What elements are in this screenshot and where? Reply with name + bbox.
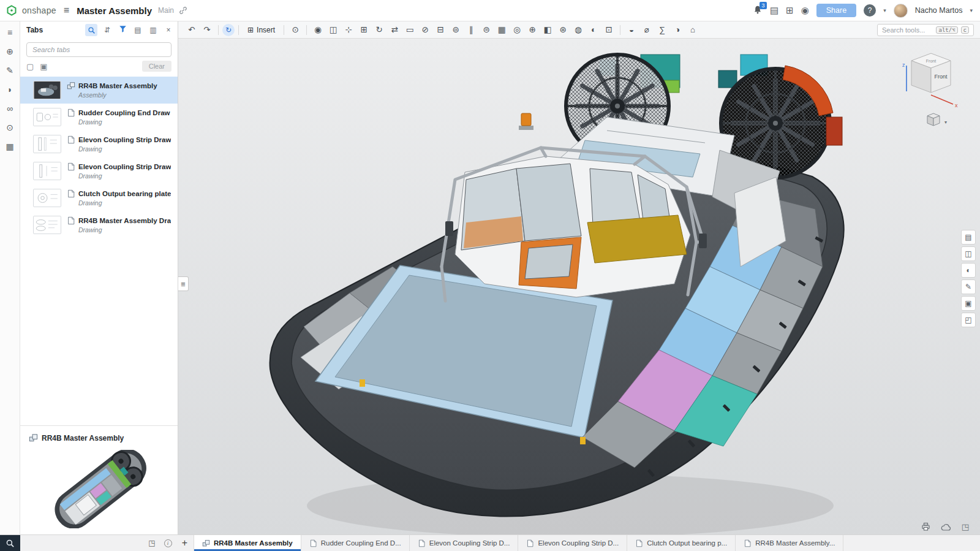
fullscreen-icon[interactable]: ◰ [961,313,976,327]
notes-icon[interactable]: ▤ [770,5,778,16]
section-view-icon[interactable]: ◒ [624,22,639,38]
bottom-tab-rudder-coupling[interactable]: Rudder Coupling End D... [301,535,410,551]
snapshot-icon[interactable]: ◍ [571,22,586,38]
search-tabs-input[interactable] [26,42,172,57]
search-tabs-icon[interactable] [85,24,97,36]
help-caret-icon[interactable]: ▾ [883,7,886,13]
updates-icon[interactable]: ◉ [801,5,809,16]
bottom-tab-master-drawing[interactable]: RR4B Master Assembly... [736,535,843,551]
bottom-tab-elevon-strip-2[interactable]: Elevon Coupling Strip D... [518,535,627,551]
display-states-icon[interactable]: ◐ [586,22,601,38]
user-avatar[interactable] [894,4,908,18]
onshape-app: onshape ≡ Master Assembly Main 3 ▤ ⊞ ◉ S… [0,0,980,551]
circular-pattern-icon[interactable]: ◎ [510,22,524,38]
3d-viewport-scene[interactable] [178,39,980,534]
filter-tabs-icon[interactable] [117,25,128,35]
planar-mate-icon[interactable]: ▭ [402,22,417,38]
mate-icon[interactable]: ◉ [311,22,325,38]
assembly-icon [67,82,75,90]
history-tool-icon[interactable]: ⊙ [288,22,303,38]
pin-slot-mate-icon[interactable]: ⊟ [433,22,448,38]
expand-tab-manager-icon[interactable]: ◳ [144,535,160,551]
tangent-mate-icon[interactable]: ⊜ [479,22,494,38]
clear-filters-button[interactable]: Clear [142,61,172,72]
part-studio-filter-icon[interactable]: ▢ [26,62,34,71]
tab-list-item-rudder-coupling[interactable]: Rudder Coupling End Draw Drawing [20,104,178,131]
comments-icon[interactable]: ◗ [7,85,12,94]
fastened-mate-icon[interactable]: ⊞ [356,22,371,38]
explode-icon[interactable]: ⊛ [556,22,570,38]
branch-label[interactable]: Main [158,6,174,15]
cylindrical-mate-icon[interactable]: ⊘ [418,22,432,38]
rollback-icon[interactable]: ↻ [222,24,235,36]
bottom-tab-clutch-bearing[interactable]: Clutch Output bearing p... [627,535,736,551]
view-cube[interactable]: Front Front z x ▾ [893,47,967,131]
drawing-filter-icon[interactable]: ▣ [40,62,47,71]
slider-mate-icon[interactable]: ⇄ [387,22,402,38]
revolute-mate-icon[interactable]: ↻ [372,22,386,38]
appearance-icon[interactable]: ✎ [6,66,13,75]
share-link-icon[interactable] [179,6,187,15]
help-button[interactable]: ? [864,4,876,17]
undo-icon[interactable]: ↶ [184,22,199,38]
mirror-icon[interactable]: ◧ [540,22,555,38]
add-tab-button[interactable]: + [176,535,194,551]
appearance-tool-icon[interactable]: ◑ [670,22,685,38]
tab-list-item-master-drawing[interactable]: RR4B Master Assembly Dra Drawing [20,211,178,238]
print-icon[interactable] [921,522,931,531]
appearances-panel-icon[interactable]: ✎ [961,279,976,294]
cloud-sync-icon[interactable] [941,523,952,531]
assembly-toolbar: ↶ ↷ ↻ ⊞ Insert ⊙ ◉ ◫ ⊹ ⊞ ↻ ⇄ ▭ ⊘ [178,21,980,39]
group-icon[interactable]: ◫ [326,22,341,38]
3d-viewport[interactable]: ≣ Front Front z x ▾ [178,39,980,534]
bom-table-icon[interactable]: ▤ [961,230,976,245]
share-button[interactable]: Share [816,4,856,17]
user-menu-caret-icon[interactable]: ▾ [970,7,973,13]
sort-tabs-icon[interactable]: ⇵ [102,26,113,34]
follow-mode-icon[interactable]: ⊕ [6,47,13,56]
tables-icon[interactable]: ▦ [6,142,13,151]
preview-title: RR4B Master Assembly [42,434,124,443]
linked-documents-icon[interactable]: ∞ [7,104,13,113]
search-tools-input[interactable]: Search tools... alt/⌥ c [877,24,974,36]
drawing-icon [635,539,643,547]
bottom-tab-elevon-strip-1[interactable]: Elevon Coupling Strip D... [410,535,519,551]
tab-list-item-clutch-bearing[interactable]: Clutch Output bearing plate Drawing [20,184,178,211]
tab-list-item-elevon-strip-2[interactable]: Elevon Coupling Strip Draw Drawing [20,158,178,184]
view-options-cube-icon[interactable]: ▾ [927,113,947,126]
tab-thumbnail [33,216,61,234]
grid-view-icon[interactable]: ▥ [148,26,159,34]
panel-collapse-handle[interactable]: ≣ [178,276,189,291]
insert-button[interactable]: ⊞ Insert [243,26,280,34]
list-view-icon[interactable]: ▤ [132,26,143,34]
mass-properties-icon[interactable]: ∑ [655,22,669,38]
close-panel-icon[interactable]: × [163,26,174,34]
measure-icon[interactable]: ⌀ [639,22,654,38]
named-views-panel-icon[interactable]: ▣ [961,296,976,311]
linear-pattern-icon[interactable]: ▦ [494,22,509,38]
ball-mate-icon[interactable]: ⊚ [448,22,463,38]
viewport-grid-icon[interactable]: ◳ [962,522,969,531]
mate-connector-icon[interactable]: ⊹ [341,22,356,38]
history-icon[interactable]: ⊙ [6,123,13,132]
apps-icon[interactable]: ⊞ [786,5,794,16]
outline-icon[interactable]: ≡ [7,28,12,37]
named-views-icon[interactable]: ⌂ [685,22,700,38]
parallel-mate-icon[interactable]: ∥ [464,22,478,38]
document-tab-list: RR4B Master Assembly Assembly Rudder Cou… [20,77,178,425]
configurations-icon[interactable]: ⊡ [601,22,616,38]
document-search-button[interactable] [0,535,20,551]
bottom-tab-master-assembly[interactable]: RR4B Master Assembly [194,535,301,551]
tab-list-item-elevon-strip-1[interactable]: Elevon Coupling Strip Draw Drawing [20,131,178,158]
tab-thumbnail [33,189,61,207]
configurations-panel-icon[interactable]: ◫ [961,246,976,261]
replicate-icon[interactable]: ⊕ [525,22,540,38]
tab-item-label: RR4B Master Assembly Dra [78,217,171,224]
redo-icon[interactable]: ↷ [200,22,214,38]
document-menu-icon[interactable]: ≡ [64,5,69,16]
tab-info-icon[interactable]: i [160,535,176,551]
tab-list-item-master-assembly[interactable]: RR4B Master Assembly Assembly [20,77,178,104]
notifications-bell-icon[interactable]: 3 [753,5,763,17]
display-states-panel-icon[interactable]: ◐ [961,263,976,278]
svg-text:▾: ▾ [944,120,947,125]
